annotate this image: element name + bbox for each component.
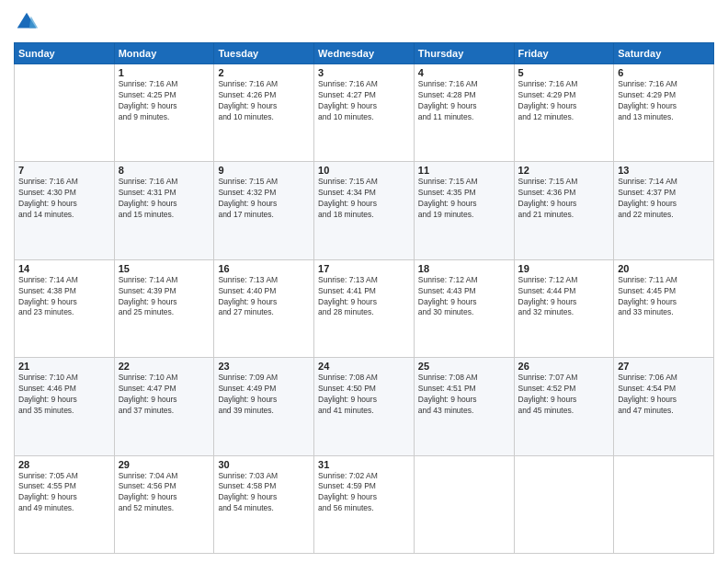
day-number: 12 [518, 165, 610, 176]
calendar-cell: 5Sunrise: 7:16 AMSunset: 4:29 PMDaylight… [514, 64, 614, 162]
logo [14, 9, 43, 35]
day-info: Sunrise: 7:13 AMSunset: 4:41 PMDaylight:… [318, 275, 410, 319]
day-info: Sunrise: 7:16 AMSunset: 4:29 PMDaylight:… [618, 79, 710, 123]
calendar-week-2: 7Sunrise: 7:16 AMSunset: 4:30 PMDaylight… [15, 162, 714, 259]
day-number: 18 [418, 263, 510, 274]
day-info: Sunrise: 7:04 AMSunset: 4:56 PMDaylight:… [119, 471, 210, 515]
header [14, 9, 714, 35]
page: SundayMondayTuesdayWednesdayThursdayFrid… [0, 0, 728, 563]
calendar-cell: 23Sunrise: 7:09 AMSunset: 4:49 PMDayligh… [214, 358, 314, 455]
day-info: Sunrise: 7:15 AMSunset: 4:35 PMDaylight:… [418, 177, 510, 221]
weekday-header-sunday: Sunday [15, 43, 115, 64]
logo-icon [14, 9, 40, 35]
calendar-cell: 17Sunrise: 7:13 AMSunset: 4:41 PMDayligh… [314, 259, 415, 357]
calendar-cell: 14Sunrise: 7:14 AMSunset: 4:38 PMDayligh… [15, 259, 115, 357]
calendar-cell: 12Sunrise: 7:15 AMSunset: 4:36 PMDayligh… [514, 162, 614, 259]
calendar-cell: 8Sunrise: 7:16 AMSunset: 4:31 PMDaylight… [114, 162, 214, 259]
weekday-header-monday: Monday [114, 43, 214, 64]
day-number: 5 [518, 67, 610, 78]
calendar-cell: 7Sunrise: 7:16 AMSunset: 4:30 PMDaylight… [15, 162, 115, 259]
calendar-cell: 11Sunrise: 7:15 AMSunset: 4:35 PMDayligh… [414, 162, 514, 259]
calendar-cell: 6Sunrise: 7:16 AMSunset: 4:29 PMDaylight… [614, 64, 714, 162]
calendar-cell [614, 455, 714, 553]
day-info: Sunrise: 7:10 AMSunset: 4:47 PMDaylight:… [119, 373, 210, 417]
day-number: 11 [418, 165, 510, 176]
day-info: Sunrise: 7:15 AMSunset: 4:32 PMDaylight:… [218, 177, 310, 221]
day-info: Sunrise: 7:11 AMSunset: 4:45 PMDaylight:… [618, 275, 710, 319]
day-info: Sunrise: 7:16 AMSunset: 4:26 PMDaylight:… [218, 79, 310, 123]
weekday-header-row: SundayMondayTuesdayWednesdayThursdayFrid… [15, 43, 714, 64]
calendar-cell: 24Sunrise: 7:08 AMSunset: 4:50 PMDayligh… [314, 358, 415, 455]
day-info: Sunrise: 7:05 AMSunset: 4:55 PMDaylight:… [18, 471, 110, 515]
svg-marker-1 [29, 16, 38, 28]
day-info: Sunrise: 7:07 AMSunset: 4:52 PMDaylight:… [518, 373, 610, 417]
day-info: Sunrise: 7:13 AMSunset: 4:40 PMDaylight:… [218, 275, 310, 319]
calendar-week-1: 1Sunrise: 7:16 AMSunset: 4:25 PMDaylight… [15, 64, 714, 162]
calendar-cell: 27Sunrise: 7:06 AMSunset: 4:54 PMDayligh… [614, 358, 714, 455]
calendar-week-5: 28Sunrise: 7:05 AMSunset: 4:55 PMDayligh… [15, 455, 714, 553]
day-number: 8 [119, 165, 210, 176]
day-number: 23 [218, 361, 310, 372]
day-info: Sunrise: 7:16 AMSunset: 4:27 PMDaylight:… [318, 79, 410, 123]
day-info: Sunrise: 7:14 AMSunset: 4:39 PMDaylight:… [119, 275, 210, 319]
calendar-cell: 25Sunrise: 7:08 AMSunset: 4:51 PMDayligh… [414, 358, 514, 455]
day-number: 21 [18, 361, 110, 372]
day-info: Sunrise: 7:16 AMSunset: 4:31 PMDaylight:… [119, 177, 210, 221]
calendar-cell: 3Sunrise: 7:16 AMSunset: 4:27 PMDaylight… [314, 64, 415, 162]
day-number: 19 [518, 263, 610, 274]
day-number: 31 [318, 459, 410, 470]
calendar-cell: 21Sunrise: 7:10 AMSunset: 4:46 PMDayligh… [15, 358, 115, 455]
calendar-cell: 15Sunrise: 7:14 AMSunset: 4:39 PMDayligh… [114, 259, 214, 357]
day-info: Sunrise: 7:08 AMSunset: 4:51 PMDaylight:… [418, 373, 510, 417]
weekday-header-wednesday: Wednesday [314, 43, 415, 64]
calendar-cell: 22Sunrise: 7:10 AMSunset: 4:47 PMDayligh… [114, 358, 214, 455]
day-number: 9 [218, 165, 310, 176]
calendar-cell [414, 455, 514, 553]
day-info: Sunrise: 7:08 AMSunset: 4:50 PMDaylight:… [318, 373, 410, 417]
weekday-header-thursday: Thursday [414, 43, 514, 64]
calendar-table: SundayMondayTuesdayWednesdayThursdayFrid… [14, 42, 714, 554]
calendar-cell: 9Sunrise: 7:15 AMSunset: 4:32 PMDaylight… [214, 162, 314, 259]
day-number: 6 [618, 67, 710, 78]
calendar-cell: 30Sunrise: 7:03 AMSunset: 4:58 PMDayligh… [214, 455, 314, 553]
calendar-cell: 20Sunrise: 7:11 AMSunset: 4:45 PMDayligh… [614, 259, 714, 357]
day-info: Sunrise: 7:14 AMSunset: 4:38 PMDaylight:… [18, 275, 110, 319]
day-number: 30 [218, 459, 310, 470]
day-number: 15 [119, 263, 210, 274]
day-number: 14 [18, 263, 110, 274]
day-number: 2 [218, 67, 310, 78]
day-info: Sunrise: 7:15 AMSunset: 4:36 PMDaylight:… [518, 177, 610, 221]
calendar-cell: 26Sunrise: 7:07 AMSunset: 4:52 PMDayligh… [514, 358, 614, 455]
day-info: Sunrise: 7:02 AMSunset: 4:59 PMDaylight:… [318, 471, 410, 515]
calendar-cell: 13Sunrise: 7:14 AMSunset: 4:37 PMDayligh… [614, 162, 714, 259]
day-info: Sunrise: 7:16 AMSunset: 4:30 PMDaylight:… [18, 177, 110, 221]
day-number: 20 [618, 263, 710, 274]
day-info: Sunrise: 7:12 AMSunset: 4:44 PMDaylight:… [518, 275, 610, 319]
day-number: 22 [119, 361, 210, 372]
weekday-header-friday: Friday [514, 43, 614, 64]
calendar-cell: 18Sunrise: 7:12 AMSunset: 4:43 PMDayligh… [414, 259, 514, 357]
weekday-header-saturday: Saturday [614, 43, 714, 64]
day-number: 17 [318, 263, 410, 274]
calendar-cell: 10Sunrise: 7:15 AMSunset: 4:34 PMDayligh… [314, 162, 415, 259]
day-info: Sunrise: 7:16 AMSunset: 4:28 PMDaylight:… [418, 79, 510, 123]
calendar-cell: 16Sunrise: 7:13 AMSunset: 4:40 PMDayligh… [214, 259, 314, 357]
calendar-cell: 31Sunrise: 7:02 AMSunset: 4:59 PMDayligh… [314, 455, 415, 553]
day-number: 3 [318, 67, 410, 78]
day-info: Sunrise: 7:09 AMSunset: 4:49 PMDaylight:… [218, 373, 310, 417]
calendar-cell: 28Sunrise: 7:05 AMSunset: 4:55 PMDayligh… [15, 455, 115, 553]
day-number: 1 [119, 67, 210, 78]
calendar-cell [15, 64, 115, 162]
day-number: 27 [618, 361, 710, 372]
day-info: Sunrise: 7:10 AMSunset: 4:46 PMDaylight:… [18, 373, 110, 417]
day-number: 29 [119, 459, 210, 470]
day-info: Sunrise: 7:15 AMSunset: 4:34 PMDaylight:… [318, 177, 410, 221]
day-number: 24 [318, 361, 410, 372]
day-number: 25 [418, 361, 510, 372]
calendar-week-4: 21Sunrise: 7:10 AMSunset: 4:46 PMDayligh… [15, 358, 714, 455]
weekday-header-tuesday: Tuesday [214, 43, 314, 64]
calendar-cell: 4Sunrise: 7:16 AMSunset: 4:28 PMDaylight… [414, 64, 514, 162]
day-number: 4 [418, 67, 510, 78]
calendar-week-3: 14Sunrise: 7:14 AMSunset: 4:38 PMDayligh… [15, 259, 714, 357]
calendar-cell: 1Sunrise: 7:16 AMSunset: 4:25 PMDaylight… [114, 64, 214, 162]
